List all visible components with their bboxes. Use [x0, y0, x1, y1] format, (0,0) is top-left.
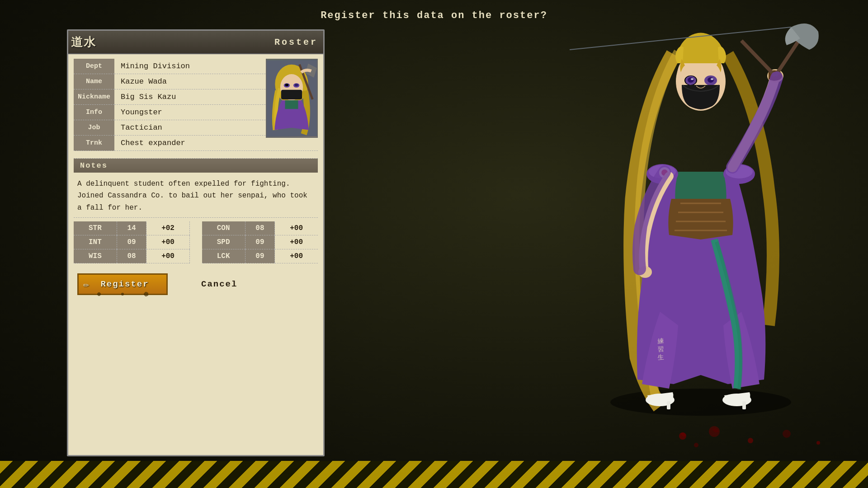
svg-point-49: [816, 441, 820, 445]
lck-label: LCK: [202, 249, 245, 263]
nickname-label: Nickname: [74, 89, 114, 105]
stats-row-3: WIS 08 +00 LCK 09 +00: [74, 249, 318, 263]
svg-line-34: [741, 41, 775, 76]
lck-value: 09: [245, 249, 275, 263]
spd-value: 09: [245, 235, 275, 249]
svg-point-27: [691, 78, 693, 80]
stats-row-1: STR 14 +02 CON 08 +00: [74, 221, 318, 235]
roster-card: 道水 Roster Dept Mining Division Name Kazu…: [67, 29, 325, 456]
blood-splatter: [660, 422, 841, 459]
stats-row-2: INT 09 +00 SPD 09 +00: [74, 235, 318, 249]
svg-rect-8: [285, 100, 298, 109]
svg-point-45: [694, 443, 698, 447]
card-header: 道水 Roster: [68, 31, 323, 54]
con-value: 08: [245, 221, 275, 235]
notes-text: A delinquent student often expelled for …: [74, 176, 318, 218]
con-label: CON: [202, 221, 245, 235]
svg-text:生: 生: [657, 354, 664, 361]
character-portrait: [266, 59, 318, 138]
portrait-art: [267, 60, 317, 137]
svg-point-26: [688, 77, 694, 83]
stats-spacer-3: [189, 249, 202, 263]
svg-point-48: [783, 430, 791, 438]
svg-point-30: [708, 77, 714, 83]
svg-text:練: 練: [657, 338, 664, 345]
wis-value: 08: [117, 249, 146, 263]
con-bonus: +00: [275, 221, 318, 235]
int-label: INT: [74, 235, 117, 249]
stats-section: STR 14 +02 CON 08 +00 INT 09 +00 SPD 09 …: [74, 221, 318, 263]
header-title: Roster: [274, 37, 318, 47]
dept-label: Dept: [74, 59, 114, 74]
stats-table: STR 14 +02 CON 08 +00 INT 09 +00 SPD 09 …: [74, 221, 318, 263]
notes-section: Notes A delinquent student often expelle…: [74, 158, 318, 218]
character-svg: 練 習 生: [570, 18, 832, 425]
spd-label: SPD: [202, 235, 245, 249]
character-art-large: 練 習 生: [570, 18, 832, 425]
button-area: Register Cancel: [68, 267, 323, 301]
wis-bonus: +00: [146, 249, 189, 263]
spd-bonus: +00: [275, 235, 318, 249]
header-kanji: 道水: [71, 34, 96, 50]
stats-spacer-1: [189, 221, 202, 235]
str-label: STR: [74, 221, 117, 235]
hazard-stripes: [0, 461, 868, 488]
svg-rect-40: [742, 401, 746, 409]
str-value: 14: [117, 221, 146, 235]
trnk-label: Trnk: [74, 136, 114, 151]
lck-bonus: +00: [275, 249, 318, 263]
svg-rect-38: [667, 401, 670, 409]
int-bonus: +00: [146, 235, 189, 249]
svg-point-5: [285, 84, 289, 86]
name-label: Name: [74, 74, 114, 89]
svg-point-31: [711, 78, 713, 80]
info-section: Dept Mining Division Name Kazue Wada Nic…: [68, 54, 323, 155]
int-value: 09: [117, 235, 146, 249]
svg-point-47: [748, 438, 753, 443]
cancel-button[interactable]: Cancel: [190, 275, 248, 294]
info-label: Info: [74, 105, 114, 120]
str-bonus: +02: [146, 221, 189, 235]
svg-rect-7: [281, 90, 302, 99]
svg-point-11: [610, 389, 791, 416]
stats-spacer-2: [189, 235, 202, 249]
notes-header: Notes: [74, 159, 318, 173]
register-button[interactable]: Register: [77, 273, 168, 295]
wis-label: WIS: [74, 249, 117, 263]
job-label: Job: [74, 120, 114, 136]
svg-text:習: 習: [657, 346, 664, 353]
svg-point-6: [295, 84, 298, 86]
